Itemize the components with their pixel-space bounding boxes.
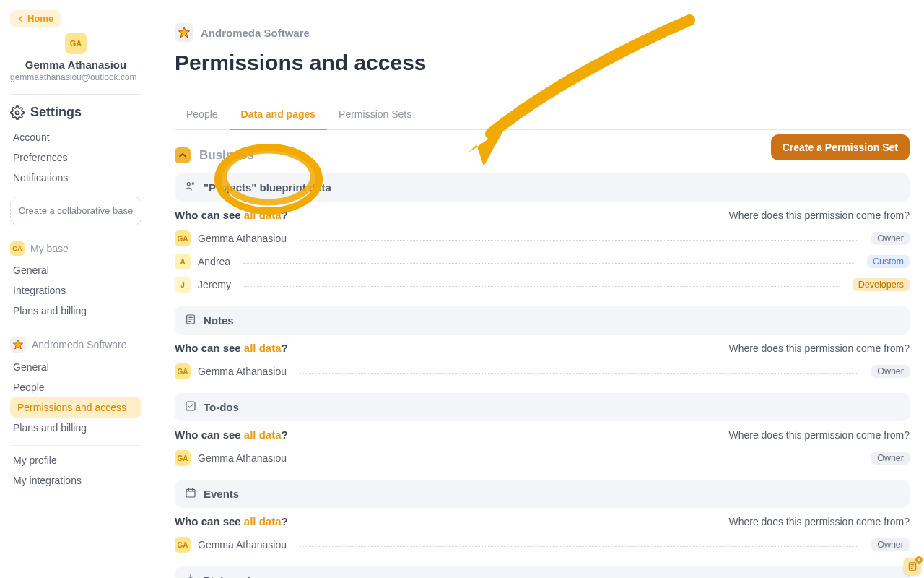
permission-badge[interactable]: Owner (871, 365, 910, 378)
who-can-see-label: Who can see all data? (175, 342, 288, 354)
panel-title: To-dos (204, 401, 239, 413)
tab-permission-sets[interactable]: Permission Sets (327, 101, 423, 129)
tabs: PeopleData and pagesPermission Sets (175, 101, 910, 130)
settings-heading: Settings (10, 105, 141, 120)
permission-badge[interactable]: Custom (867, 255, 910, 268)
person-name: Gemma Athanasiou (198, 539, 287, 551)
sidebar-item-notifications[interactable]: Notifications (10, 168, 141, 188)
sidebar-item-plans-and-billing[interactable]: Plans and billing (10, 418, 141, 438)
person-row[interactable]: GAGemma AthanasiouOwner (175, 227, 910, 250)
events-icon (185, 487, 196, 501)
breadcrumb: Andromeda Software (175, 23, 910, 42)
avatar: J (175, 277, 191, 293)
home-label: Home (27, 13, 53, 24)
who-can-see-label: Who can see all data? (175, 209, 288, 221)
sidebar-item-general[interactable]: General (10, 357, 141, 377)
sidebar-item-integrations[interactable]: Integrations (10, 280, 141, 301)
permission-source-link[interactable]: Where does this permission come from? (728, 429, 910, 441)
home-button[interactable]: Home (10, 10, 61, 27)
person-row[interactable]: JJeremyDevelopers (175, 273, 910, 296)
page-title: Permissions and access (175, 51, 910, 75)
who-can-see-label: Who can see all data? (175, 428, 288, 441)
who-row: Who can see all data?Where does this per… (175, 515, 910, 527)
dotted-line (300, 373, 858, 374)
panel-title: "Projects" blueprint data (204, 181, 331, 194)
sidebar-item-plans-and-billing[interactable]: Plans and billing (10, 301, 141, 321)
sidebar-item-preferences[interactable]: Preferences (10, 147, 141, 168)
avatar: GA (175, 363, 191, 379)
panel-header[interactable]: "Projects" blueprint data (175, 173, 910, 202)
permission-badge[interactable]: Owner (871, 232, 910, 245)
panel-title: Events (204, 488, 239, 500)
person-row[interactable]: GAGemma AthanasiouOwner (175, 360, 910, 383)
who-row: Who can see all data?Where does this per… (175, 209, 910, 221)
sidebar-item-people[interactable]: People (10, 377, 141, 397)
permission-source-link[interactable]: Where does this permission come from? (728, 516, 910, 527)
tab-data-and-pages[interactable]: Data and pages (230, 101, 327, 130)
collapse-toggle[interactable] (175, 147, 191, 163)
svg-point-0 (16, 111, 19, 114)
person-name: Jeremy (198, 279, 231, 290)
divider (10, 94, 141, 95)
person-name: Gemma Athanasiou (198, 233, 287, 244)
tab-people[interactable]: People (175, 101, 230, 129)
user-email: gemmaathanasiou@outlook.com (10, 71, 141, 84)
permission-panel: To-dosWho can see all data?Where does th… (175, 393, 910, 470)
panel-header[interactable]: Notes (175, 306, 910, 335)
panel-title: Notes (204, 314, 234, 327)
user-name: Gemma Athanasiou (10, 59, 141, 71)
avatar[interactable]: GA (65, 33, 87, 54)
svg-point-3 (187, 183, 190, 186)
who-row: Who can see all data?Where does this per… (175, 428, 910, 441)
avatar: A (175, 254, 191, 269)
settings-label: Settings (30, 105, 82, 120)
permission-badge[interactable]: Owner (871, 538, 910, 551)
panel-header[interactable]: Pinboard (175, 566, 910, 578)
gear-icon (10, 105, 25, 120)
panel-header[interactable]: Events (175, 480, 910, 508)
person-name: Gemma Athanasiou (198, 366, 287, 377)
svg-marker-1 (13, 340, 22, 349)
person-row[interactable]: GAGemma AthanasiouOwner (175, 533, 910, 556)
dotted-line (300, 240, 858, 241)
who-can-see-label: Who can see all data? (175, 515, 288, 527)
sidebar-item-account[interactable]: Account (10, 127, 141, 147)
panel-header[interactable]: To-dos (175, 393, 910, 421)
sidebar-item-my-integrations[interactable]: My integrations (10, 470, 141, 491)
sidebar-item-general[interactable]: General (10, 260, 141, 280)
sidebar-section-org[interactable]: Andromeda Software (10, 337, 141, 353)
main-content: Andromeda Software Permissions and acces… (152, 0, 924, 578)
dotted-line (244, 286, 840, 287)
svg-marker-2 (179, 27, 190, 38)
sidebar-section-mybase[interactable]: GA My base (10, 241, 141, 256)
create-base-button[interactable]: Create a collaborative base (10, 197, 141, 225)
permission-badge[interactable]: Developers (853, 278, 910, 291)
note-icon (907, 561, 918, 571)
sidebar-section-label: My base (30, 243, 69, 254)
permission-panel: NotesWho can see all data?Where does thi… (175, 306, 910, 383)
permission-source-link[interactable]: Where does this permission come from? (728, 210, 910, 221)
permission-panel: Pinboard (175, 566, 910, 578)
svg-rect-6 (186, 489, 195, 497)
avatar: GA (175, 230, 191, 246)
notes-icon (185, 314, 196, 327)
dotted-line (300, 460, 858, 460)
avatar: GA (175, 450, 191, 466)
quick-note-button[interactable]: + (904, 558, 921, 575)
person-row[interactable]: GAGemma AthanasiouOwner (175, 447, 910, 470)
panel-title: Pinboard (204, 574, 250, 578)
person-row[interactable]: AAndreaCustom (175, 250, 910, 273)
dotted-line (243, 263, 854, 264)
create-permission-set-button[interactable]: Create a Permission Set (771, 134, 910, 160)
pinboard-icon (185, 574, 196, 578)
permission-badge[interactable]: Owner (871, 452, 910, 465)
permission-panel: EventsWho can see all data?Where does th… (175, 480, 910, 556)
sidebar-item-my-profile[interactable]: My profile (10, 450, 141, 470)
sidebar: Home GA Gemma Athanasiou gemmaathanasiou… (0, 0, 152, 578)
permission-source-link[interactable]: Where does this permission come from? (728, 342, 910, 354)
group-name: Business (199, 148, 254, 163)
org-logo-icon (175, 23, 193, 42)
permission-panel: "Projects" blueprint dataWho can see all… (175, 173, 910, 296)
chevron-left-icon (17, 15, 25, 22)
sidebar-item-permissions-and-access[interactable]: Permissions and access (10, 397, 141, 418)
